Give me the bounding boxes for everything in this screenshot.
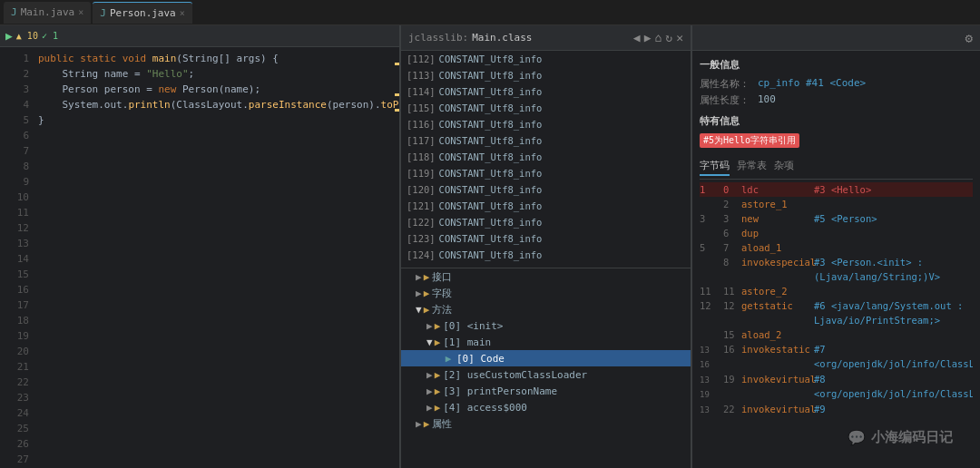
const-item-115: [115]CONSTANT_Utf8_info bbox=[401, 100, 691, 116]
arrow-icon: ▶ bbox=[416, 288, 422, 299]
editor-toolbar: ▶ ▲ 10 ✓ 1 bbox=[0, 25, 399, 47]
warning-badge: ▲ 10 bbox=[16, 31, 38, 41]
code-line-1: public static void main(String[] args) { bbox=[38, 51, 394, 66]
code-area: public static void main(String[] args) {… bbox=[33, 47, 399, 468]
constants-list[interactable]: [112]CONSTANT_Utf8_info [113]CONSTANT_Ut… bbox=[401, 51, 691, 268]
jclasslib-toolbar: jclasslib: Main.class ◀ ▶ ⌂ ↻ ✕ bbox=[401, 25, 691, 51]
special-info-title: 特有信息 bbox=[700, 114, 973, 128]
bc-row-8: 12 12 getstatic #6 <java/lang/System.out… bbox=[700, 298, 973, 327]
code-line-3: Person person = new Person(name); bbox=[38, 82, 394, 97]
tree-label: 属性 bbox=[432, 417, 452, 431]
tree-label: 接口 bbox=[432, 270, 452, 284]
tree-label: [3] printPersonName bbox=[443, 385, 557, 397]
bytecode-tabs: 字节码 异常表 杂项 bbox=[700, 159, 973, 180]
tab-bytecode[interactable]: 字节码 bbox=[700, 159, 730, 176]
folder-icon: ▶ bbox=[435, 336, 441, 348]
bc-row-10: 13 16 16 invokestatic #7 <org/openjdk/jo… bbox=[700, 342, 973, 372]
attr-len-row: 属性长度： 100 bbox=[700, 93, 973, 107]
tree-label: 方法 bbox=[432, 303, 452, 317]
bytecode-list[interactable]: 1 0 ldc #3 <Hello> 2 astore_1 3 3 bbox=[700, 182, 973, 418]
tab-label: Main.java bbox=[21, 6, 75, 18]
tree-label: [4] access$000 bbox=[443, 402, 527, 414]
arrow-icon: ▶ bbox=[426, 385, 433, 397]
const-item-124: [124]CONSTANT_Utf8_info bbox=[401, 247, 691, 263]
const-item-118: [118]CONSTANT_Utf8_info bbox=[401, 149, 691, 165]
attr-name-label: 属性名称： bbox=[700, 77, 754, 91]
marker-warning-1 bbox=[395, 63, 399, 65]
tab-icon: J bbox=[11, 6, 17, 18]
arrow-icon: ▶ bbox=[426, 369, 433, 381]
bc-row-0: 1 0 ldc #3 <Hello> bbox=[700, 182, 973, 197]
tree-item-methods[interactable]: ▼ ▶ 方法 bbox=[401, 301, 691, 317]
general-info-title: 一般信息 bbox=[700, 58, 973, 72]
close-icon[interactable]: × bbox=[78, 7, 83, 17]
folder-icon: ▶ bbox=[435, 320, 441, 332]
jclasslib-tree[interactable]: ▶ ▶ 接口 ▶ ▶ 字段 ▼ ▶ 方法 ▶ ▶ [0] <init> bbox=[401, 268, 691, 468]
folder-icon: ▶ bbox=[424, 271, 430, 283]
file-icon: ▶ bbox=[443, 353, 454, 365]
main-container: J Main.java × J Person.java × ▶ ▲ 10 ✓ 1… bbox=[0, 0, 980, 468]
gutter-markers bbox=[394, 47, 399, 468]
close-panel-icon[interactable]: ✕ bbox=[676, 31, 683, 44]
const-item-112: [112]CONSTANT_Utf8_info bbox=[401, 51, 691, 67]
attr-name-row: 属性名称： cp_info #41 <Code> bbox=[700, 77, 973, 91]
tree-item-fields[interactable]: ▶ ▶ 字段 bbox=[401, 285, 691, 301]
const-item-120: [120]CONSTANT_Utf8_info bbox=[401, 181, 691, 198]
bc-row-5: 5 7 aload_1 bbox=[700, 240, 973, 255]
jclasslib-panel: jclasslib: Main.class ◀ ▶ ⌂ ↻ ✕ [112]CON… bbox=[400, 25, 691, 468]
tree-label: [0] Code bbox=[456, 353, 505, 365]
forward-icon[interactable]: ▶ bbox=[644, 31, 652, 44]
code-line-4: System.out.println(ClassLayout.parseInst… bbox=[38, 97, 394, 112]
settings-icon[interactable]: ⚙ bbox=[965, 31, 973, 45]
const-item-117: [117]CONSTANT_Utf8_info bbox=[401, 132, 691, 149]
bc-row-6: 8 invokespecial #3 <Person.<init> : (Lja… bbox=[700, 255, 973, 284]
bc-row-12: 13 22 22 invokevirtual #9 <java/io/Print… bbox=[700, 402, 973, 418]
tag-badge-area: #5为Hello字符串引用 bbox=[700, 133, 973, 153]
const-item-119: [119]CONSTANT_Utf8_info bbox=[401, 165, 691, 181]
tree-item-code[interactable]: ▶ [0] Code bbox=[401, 350, 691, 366]
info-content: 一般信息 属性名称： cp_info #41 <Code> 属性长度： 100 … bbox=[692, 51, 980, 468]
folder-icon: ▶ bbox=[435, 369, 441, 381]
const-item-116: [116]CONSTANT_Utf8_info bbox=[401, 116, 691, 132]
tree-item-access000[interactable]: ▶ ▶ [4] access$000 bbox=[401, 399, 691, 415]
home-icon[interactable]: ⌂ bbox=[655, 31, 662, 44]
editor-content: 12345 678910 1112131415 1617181920 21222… bbox=[0, 47, 399, 468]
tab-misc[interactable]: 杂项 bbox=[774, 159, 794, 176]
close-icon[interactable]: × bbox=[180, 8, 185, 18]
code-line-2: String name = "Hello"; bbox=[38, 66, 394, 82]
info-toolbar: ⚙ bbox=[692, 25, 980, 51]
jclasslib-tools: ◀ ▶ ⌂ ↻ ✕ bbox=[633, 31, 683, 44]
tree-item-printpersonname[interactable]: ▶ ▶ [3] printPersonName bbox=[401, 383, 691, 399]
tree-item-attrs[interactable]: ▶ ▶ 属性 bbox=[401, 415, 691, 432]
folder-icon: ▶ bbox=[435, 385, 441, 397]
attr-name-value[interactable]: cp_info #41 <Code> bbox=[758, 77, 866, 89]
tree-item-customclassloader[interactable]: ▶ ▶ [2] useCustomClassLoader bbox=[401, 366, 691, 383]
arrow-icon: ▼ bbox=[426, 336, 433, 348]
marker-warning-2 bbox=[395, 93, 399, 96]
tab-label: Person.java bbox=[110, 7, 176, 19]
tab-main-java[interactable]: J Main.java × bbox=[4, 2, 91, 24]
folder-icon: ▶ bbox=[435, 402, 441, 414]
tree-item-interface[interactable]: ▶ ▶ 接口 bbox=[401, 268, 691, 285]
attr-len-value: 100 bbox=[758, 93, 776, 105]
bc-row-3: 3 3 new #5 <Person> bbox=[700, 211, 973, 226]
arrow-icon: ▶ bbox=[416, 418, 422, 430]
const-item-121: [121]CONSTANT_Utf8_info bbox=[401, 198, 691, 214]
back-icon[interactable]: ◀ bbox=[633, 31, 641, 44]
line-numbers: 12345 678910 1112131415 1617181920 21222… bbox=[0, 47, 33, 468]
tree-item-main[interactable]: ▼ ▶ [1] main bbox=[401, 334, 691, 350]
bc-row-2: 2 astore_1 bbox=[700, 197, 973, 211]
const-item-123: [123]CONSTANT_Utf8_info bbox=[401, 230, 691, 247]
tab-exceptions[interactable]: 异常表 bbox=[737, 159, 767, 176]
tree-item-init[interactable]: ▶ ▶ [0] <init> bbox=[401, 317, 691, 334]
bc-row-11: 13 19 19 invokevirtual #8 <org/openjdk/j… bbox=[700, 372, 973, 402]
bc-row-4: 6 dup bbox=[700, 226, 973, 240]
jclasslib-title-area: jclasslib: Main.class bbox=[408, 32, 532, 44]
jclasslib-subtitle: Main.class bbox=[472, 32, 532, 44]
content-area: ▶ ▲ 10 ✓ 1 12345 678910 1112131415 16171… bbox=[0, 25, 980, 468]
run-button[interactable]: ▶ bbox=[5, 29, 13, 43]
reload-icon[interactable]: ↻ bbox=[665, 31, 672, 44]
tab-person-java[interactable]: J Person.java × bbox=[93, 2, 192, 24]
folder-icon: ▶ bbox=[424, 304, 430, 316]
editor-panel: ▶ ▲ 10 ✓ 1 12345 678910 1112131415 16171… bbox=[0, 25, 399, 468]
